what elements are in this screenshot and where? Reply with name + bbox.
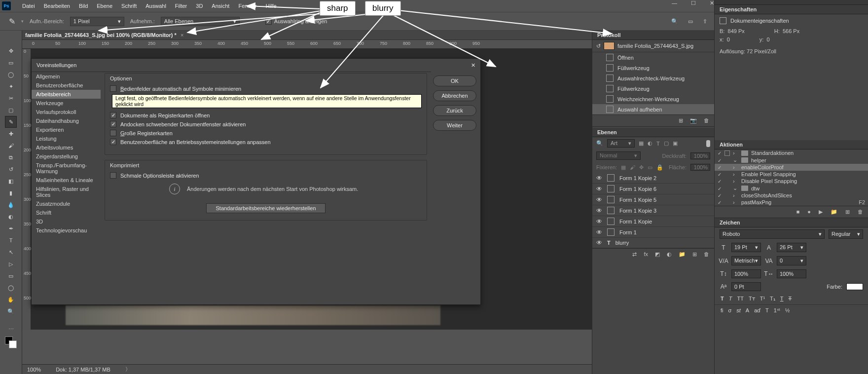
history-item[interactable]: Auswahlrechteck-Werkzeug: [592, 73, 714, 83]
history-snapshot-thumb[interactable]: [604, 42, 615, 50]
record-action-icon[interactable]: ●: [807, 209, 811, 215]
lock-all-icon[interactable]: 🔒: [656, 164, 663, 171]
blend-mode-select[interactable]: Normal▾: [596, 151, 641, 160]
menu-3d[interactable]: 3D: [191, 3, 207, 9]
font-size-input[interactable]: 19 Pt▾: [731, 243, 761, 252]
frame-tool-icon[interactable]: ▢: [5, 105, 16, 115]
layer-visibility-icon[interactable]: 👁: [596, 218, 602, 225]
oldstyle-button[interactable]: 1ˢᵗ: [774, 307, 780, 314]
ligatures-button[interactable]: fi: [721, 307, 723, 314]
type-tool-icon[interactable]: T: [5, 235, 16, 246]
filter-shape-icon[interactable]: ▢: [664, 140, 669, 147]
pref-side-item[interactable]: Exportieren: [32, 125, 101, 134]
enable-docking-checkbox[interactable]: [110, 121, 116, 127]
marquee-tool-icon[interactable]: ▭: [5, 57, 16, 68]
layer-visibility-icon[interactable]: 👁: [596, 229, 602, 236]
layer-filter-search-icon[interactable]: 🔍: [596, 140, 603, 147]
restore-workspaces-button[interactable]: Standardarbeitsbereiche wiederherstellen: [206, 203, 325, 213]
strike-button[interactable]: T: [789, 296, 792, 302]
action-row[interactable]: ›Standardaktionen: [715, 150, 868, 156]
direct-selection-tool-icon[interactable]: ▷: [5, 259, 16, 269]
new-action-icon[interactable]: ⊞: [845, 209, 850, 215]
hscale-input[interactable]: 100%: [777, 269, 806, 278]
eraser-tool-icon[interactable]: ◧: [5, 176, 16, 187]
status-arrow-icon[interactable]: 〉: [125, 366, 131, 373]
titling-button[interactable]: A: [746, 307, 749, 314]
search-icon[interactable]: 🔍: [671, 18, 678, 25]
brush-tool-icon[interactable]: 🖌: [5, 140, 16, 151]
preferences-close-icon[interactable]: ✕: [471, 62, 475, 69]
font-family-select[interactable]: Roboto▾: [720, 229, 825, 239]
lock-pixels-icon[interactable]: ▦: [621, 164, 626, 171]
menu-ansicht[interactable]: Ansicht: [207, 3, 234, 9]
allcaps-button[interactable]: TT: [737, 296, 743, 302]
layer-visibility-icon[interactable]: 👁: [596, 186, 602, 192]
document-tab-close-icon[interactable]: ×: [181, 32, 183, 38]
action-row[interactable]: ›pastMaxPngF2: [715, 199, 868, 206]
show-sampling-ring-checkbox[interactable]: [265, 18, 272, 25]
pref-side-item[interactable]: Zusatzmodule: [32, 199, 101, 208]
move-tool-icon[interactable]: ✥: [5, 45, 16, 56]
pref-side-item[interactable]: Transp./Farbumfang-Warnung: [32, 161, 101, 176]
layers-panel-tab[interactable]: Ebenen: [592, 128, 714, 137]
lock-position-icon[interactable]: ✥: [639, 164, 644, 171]
alt-lig-button[interactable]: σ: [728, 307, 732, 314]
baseline-input[interactable]: 0 Pt: [731, 282, 761, 291]
opacity-input[interactable]: 100%: [690, 152, 710, 159]
ordinals-button[interactable]: aď: [754, 307, 760, 314]
pref-side-item[interactable]: Leistung: [32, 134, 101, 143]
menu-auswahl[interactable]: Auswahl: [141, 3, 171, 9]
pref-side-item[interactable]: 3D: [32, 217, 101, 226]
clone-stamp-tool-icon[interactable]: ⧉: [5, 152, 16, 163]
vscale-input[interactable]: 100%: [731, 269, 761, 278]
menu-filter[interactable]: Filter: [171, 3, 191, 9]
sample-size-select[interactable]: 1 Pixel▾: [70, 17, 124, 26]
eyedropper-tool-icon[interactable]: ✎: [5, 116, 16, 127]
bold-button[interactable]: T: [721, 296, 724, 302]
layer-visibility-icon[interactable]: 👁: [596, 196, 602, 203]
open-as-tabs-checkbox[interactable]: [110, 112, 116, 118]
stop-action-icon[interactable]: ■: [796, 209, 800, 215]
lock-brush-icon[interactable]: 🖌: [630, 164, 635, 170]
history-item[interactable]: Füllwerkzeug: [592, 63, 714, 73]
properties-panel-tab[interactable]: Eigenschaften: [715, 5, 868, 14]
action-row[interactable]: ⌄dtw: [715, 185, 868, 192]
pref-side-item[interactable]: Benutzeroberfläche: [32, 81, 101, 90]
menu-fenster[interactable]: Fenster: [234, 3, 261, 9]
layer-row[interactable]: 👁Form 1 Kopie 3: [592, 205, 714, 216]
zoom-level[interactable]: 100%: [27, 367, 41, 373]
filter-type-icon[interactable]: T: [656, 141, 660, 147]
layer-visibility-icon[interactable]: 👁: [596, 239, 602, 246]
prev-button[interactable]: Zurück: [433, 105, 476, 116]
share-icon[interactable]: ⇪: [703, 18, 707, 25]
pen-tool-icon[interactable]: ✒: [5, 223, 16, 234]
delete-layer-icon[interactable]: 🗑: [704, 251, 709, 258]
layer-mask-icon[interactable]: ◩: [655, 251, 660, 258]
magic-wand-tool-icon[interactable]: ✦: [5, 81, 16, 92]
edit-toolbar-icon[interactable]: ⋯: [5, 324, 16, 335]
layer-visibility-icon[interactable]: 👁: [596, 175, 602, 182]
pref-side-item[interactable]: Schrift: [32, 208, 101, 217]
link-layers-icon[interactable]: ⇄: [632, 251, 637, 258]
leading-input[interactable]: 26 Pt▾: [777, 243, 806, 252]
pref-side-item[interactable]: Arbeitsvolumes: [32, 143, 101, 152]
action-row[interactable]: ⌄helper: [715, 156, 868, 164]
layer-row[interactable]: 👁Form 1 Kopie 5: [592, 194, 714, 205]
superscript-button[interactable]: T¹: [760, 296, 765, 302]
window-close-icon[interactable]: ✕: [710, 0, 714, 6]
smallcaps-button[interactable]: Tᴛ: [749, 296, 755, 302]
new-snapshot-icon[interactable]: 📷: [690, 117, 697, 124]
text-color-swatch[interactable]: [846, 283, 863, 290]
sample-layers-select[interactable]: Alle Ebenen▾: [161, 17, 240, 26]
hand-tool-icon[interactable]: ✋: [5, 294, 16, 305]
history-item[interactable]: Öffnen: [592, 52, 714, 63]
doc-size-status[interactable]: Dok: 1,37 MB/1,37 MB: [56, 367, 110, 373]
ok-button[interactable]: OK: [433, 75, 476, 86]
kerning-select[interactable]: Metrisch▾: [731, 256, 761, 265]
fill-input[interactable]: 100%: [690, 164, 710, 171]
history-brush-source-icon[interactable]: ↺: [596, 43, 601, 49]
lasso-tool-icon[interactable]: ◯: [5, 69, 16, 80]
menu-bild[interactable]: Bild: [74, 3, 92, 9]
pref-side-item[interactable]: Dateihandhabung: [32, 116, 101, 125]
filter-toggle-icon[interactable]: [706, 140, 710, 147]
